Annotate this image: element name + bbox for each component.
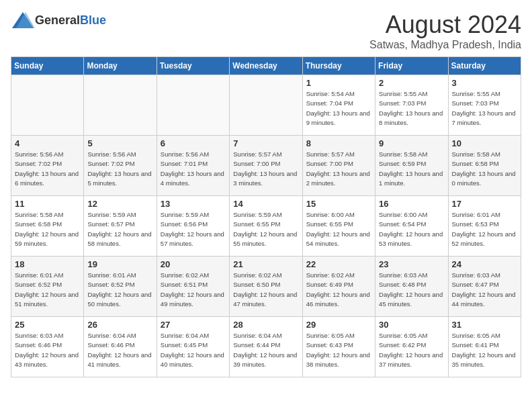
calendar-cell: 24Sunrise: 6:03 AMSunset: 6:47 PMDayligh…: [448, 257, 521, 317]
calendar-cell: 23Sunrise: 6:03 AMSunset: 6:48 PMDayligh…: [375, 257, 448, 317]
day-detail: Sunrise: 6:05 AMSunset: 6:43 PMDaylight:…: [306, 331, 371, 369]
calendar-cell: [84, 75, 157, 136]
calendar-cell: [157, 75, 229, 136]
day-number: 29: [306, 320, 371, 330]
day-number: 4: [15, 138, 80, 148]
day-number: 23: [379, 259, 444, 269]
day-detail: Sunrise: 6:02 AMSunset: 6:50 PMDaylight:…: [233, 271, 298, 309]
day-detail: Sunrise: 5:58 AMSunset: 6:58 PMDaylight:…: [15, 210, 80, 248]
day-number: 9: [379, 138, 444, 148]
day-detail: Sunrise: 5:59 AMSunset: 6:57 PMDaylight:…: [87, 210, 152, 248]
day-number: 25: [15, 320, 80, 330]
day-number: 31: [452, 320, 517, 330]
day-detail: Sunrise: 6:01 AMSunset: 6:52 PMDaylight:…: [87, 271, 152, 309]
calendar-cell: 22Sunrise: 6:02 AMSunset: 6:49 PMDayligh…: [302, 257, 375, 317]
day-detail: Sunrise: 6:04 AMSunset: 6:46 PMDaylight:…: [87, 331, 152, 369]
day-number: 17: [452, 199, 517, 209]
calendar-cell: 6Sunrise: 5:56 AMSunset: 7:01 PMDaylight…: [157, 136, 229, 196]
weekday-header: Tuesday: [157, 57, 229, 75]
day-detail: Sunrise: 6:01 AMSunset: 6:53 PMDaylight:…: [452, 210, 517, 248]
calendar-cell: 8Sunrise: 5:57 AMSunset: 7:00 PMDaylight…: [302, 136, 375, 196]
day-detail: Sunrise: 6:01 AMSunset: 6:52 PMDaylight:…: [15, 271, 80, 309]
day-number: 22: [306, 259, 371, 269]
calendar-cell: 18Sunrise: 6:01 AMSunset: 6:52 PMDayligh…: [11, 257, 84, 317]
day-detail: Sunrise: 6:03 AMSunset: 6:46 PMDaylight:…: [15, 331, 80, 369]
day-detail: Sunrise: 5:56 AMSunset: 7:02 PMDaylight:…: [87, 150, 152, 188]
calendar-cell: 9Sunrise: 5:58 AMSunset: 6:59 PMDaylight…: [375, 136, 448, 196]
day-number: 12: [87, 199, 152, 209]
day-number: 16: [379, 199, 444, 209]
calendar-cell: 31Sunrise: 6:05 AMSunset: 6:41 PMDayligh…: [448, 317, 521, 377]
day-number: 8: [306, 138, 371, 148]
day-detail: Sunrise: 6:02 AMSunset: 6:51 PMDaylight:…: [161, 271, 226, 309]
day-number: 10: [452, 138, 517, 148]
day-number: 21: [233, 259, 298, 269]
calendar-cell: 5Sunrise: 5:56 AMSunset: 7:02 PMDaylight…: [84, 136, 157, 196]
calendar-cell: 4Sunrise: 5:56 AMSunset: 7:02 PMDaylight…: [11, 136, 84, 196]
calendar-cell: 26Sunrise: 6:04 AMSunset: 6:46 PMDayligh…: [84, 317, 157, 377]
day-detail: Sunrise: 5:56 AMSunset: 7:02 PMDaylight:…: [15, 150, 80, 188]
day-number: 13: [161, 199, 226, 209]
day-detail: Sunrise: 6:00 AMSunset: 6:54 PMDaylight:…: [379, 210, 444, 248]
day-detail: Sunrise: 6:05 AMSunset: 6:42 PMDaylight:…: [379, 331, 444, 369]
day-number: 5: [87, 138, 152, 148]
calendar-cell: 17Sunrise: 6:01 AMSunset: 6:53 PMDayligh…: [448, 196, 521, 257]
month-title: August 2024: [369, 11, 521, 39]
day-number: 26: [87, 320, 152, 330]
day-detail: Sunrise: 6:05 AMSunset: 6:41 PMDaylight:…: [452, 331, 517, 369]
day-detail: Sunrise: 6:03 AMSunset: 6:47 PMDaylight:…: [452, 271, 517, 309]
calendar-cell: 3Sunrise: 5:55 AMSunset: 7:03 PMDaylight…: [448, 75, 521, 136]
day-detail: Sunrise: 6:00 AMSunset: 6:55 PMDaylight:…: [306, 210, 371, 248]
calendar-cell: 15Sunrise: 6:00 AMSunset: 6:55 PMDayligh…: [302, 196, 375, 257]
title-block: August 2024 Satwas, Madhya Pradesh, Indi…: [369, 11, 521, 51]
day-number: 14: [233, 199, 298, 209]
day-detail: Sunrise: 5:57 AMSunset: 7:00 PMDaylight:…: [306, 150, 371, 188]
day-number: 3: [452, 78, 517, 88]
weekday-header: Thursday: [302, 57, 375, 75]
day-detail: Sunrise: 5:54 AMSunset: 7:04 PMDaylight:…: [306, 89, 371, 128]
calendar-cell: 1Sunrise: 5:54 AMSunset: 7:04 PMDaylight…: [302, 75, 375, 136]
day-number: 19: [87, 259, 152, 269]
weekday-header: Saturday: [448, 57, 521, 75]
day-detail: Sunrise: 5:55 AMSunset: 7:03 PMDaylight:…: [379, 89, 444, 128]
calendar-cell: 14Sunrise: 5:59 AMSunset: 6:55 PMDayligh…: [230, 196, 302, 257]
day-number: 2: [379, 78, 444, 88]
calendar-cell: 27Sunrise: 6:04 AMSunset: 6:45 PMDayligh…: [157, 317, 229, 377]
day-detail: Sunrise: 5:55 AMSunset: 7:03 PMDaylight:…: [452, 89, 517, 128]
day-number: 11: [15, 199, 80, 209]
day-detail: Sunrise: 6:04 AMSunset: 6:44 PMDaylight:…: [233, 331, 298, 369]
calendar-cell: 10Sunrise: 5:58 AMSunset: 6:58 PMDayligh…: [448, 136, 521, 196]
calendar-cell: 28Sunrise: 6:04 AMSunset: 6:44 PMDayligh…: [230, 317, 302, 377]
calendar-cell: 19Sunrise: 6:01 AMSunset: 6:52 PMDayligh…: [84, 257, 157, 317]
calendar-cell: [230, 75, 302, 136]
day-number: 20: [161, 259, 226, 269]
calendar-cell: 20Sunrise: 6:02 AMSunset: 6:51 PMDayligh…: [157, 257, 229, 317]
day-detail: Sunrise: 5:59 AMSunset: 6:56 PMDaylight:…: [161, 210, 226, 248]
logo-general: General: [35, 13, 80, 27]
calendar-cell: 12Sunrise: 5:59 AMSunset: 6:57 PMDayligh…: [84, 196, 157, 257]
day-detail: Sunrise: 5:57 AMSunset: 7:00 PMDaylight:…: [233, 150, 298, 188]
calendar-cell: 13Sunrise: 5:59 AMSunset: 6:56 PMDayligh…: [157, 196, 229, 257]
day-number: 28: [233, 320, 298, 330]
day-detail: Sunrise: 5:58 AMSunset: 6:58 PMDaylight:…: [452, 150, 517, 188]
calendar-cell: 25Sunrise: 6:03 AMSunset: 6:46 PMDayligh…: [11, 317, 84, 377]
day-number: 24: [452, 259, 517, 269]
logo-blue-text: Blue: [80, 13, 106, 27]
calendar-table: SundayMondayTuesdayWednesdayThursdayFrid…: [11, 56, 521, 377]
location: Satwas, Madhya Pradesh, India: [369, 39, 521, 51]
day-number: 1: [306, 78, 371, 88]
logo[interactable]: GeneralBlue: [11, 11, 106, 30]
weekday-header: Sunday: [11, 57, 84, 75]
page-header: GeneralBlue August 2024 Satwas, Madhya P…: [11, 11, 521, 51]
day-number: 15: [306, 199, 371, 209]
day-detail: Sunrise: 6:02 AMSunset: 6:49 PMDaylight:…: [306, 271, 371, 309]
calendar-cell: 7Sunrise: 5:57 AMSunset: 7:00 PMDaylight…: [230, 136, 302, 196]
day-detail: Sunrise: 5:58 AMSunset: 6:59 PMDaylight:…: [379, 150, 444, 188]
day-detail: Sunrise: 5:56 AMSunset: 7:01 PMDaylight:…: [161, 150, 226, 188]
weekday-header: Wednesday: [230, 57, 302, 75]
calendar-cell: [11, 75, 84, 136]
calendar-cell: 30Sunrise: 6:05 AMSunset: 6:42 PMDayligh…: [375, 317, 448, 377]
calendar-cell: 11Sunrise: 5:58 AMSunset: 6:58 PMDayligh…: [11, 196, 84, 257]
logo-icon: [11, 11, 35, 30]
calendar-cell: 2Sunrise: 5:55 AMSunset: 7:03 PMDaylight…: [375, 75, 448, 136]
